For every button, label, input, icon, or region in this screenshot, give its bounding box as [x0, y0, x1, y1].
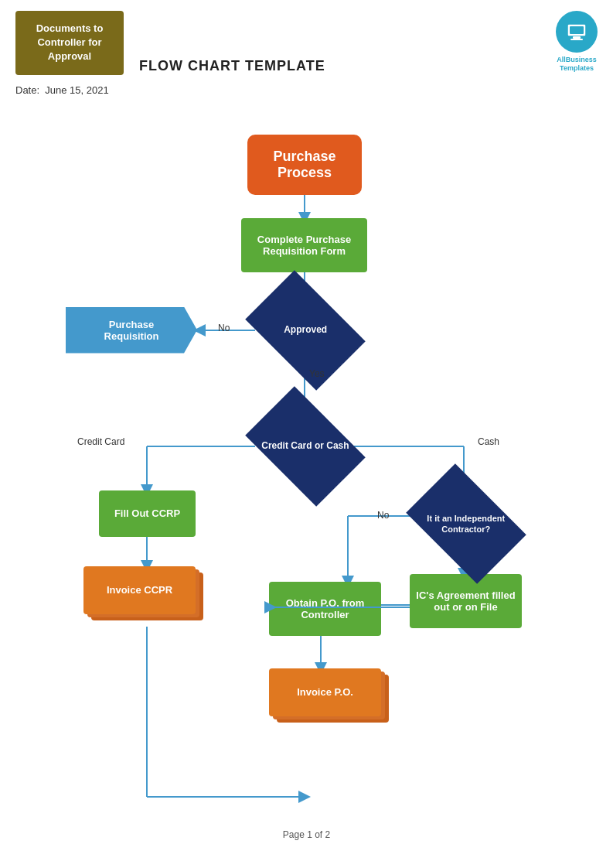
independent-contractor-label: It it an Independent Contractor?	[416, 509, 516, 538]
invoice-ccpr-label: Invoice CCPR	[107, 584, 172, 596]
logo-circle	[556, 11, 598, 53]
doc-box: Documents to Controller for Approval	[15, 11, 124, 75]
independent-contractor-diamond: It it an Independent Contractor?	[416, 489, 516, 559]
purchase-process-shape: Purchase Process	[247, 135, 362, 195]
cash-label: Cash	[478, 436, 499, 447]
ics-agreement-shape: IC's Agreement filled out or on File	[410, 574, 522, 628]
invoice-ccpr-stack: Invoice CCPR	[83, 566, 211, 627]
svg-rect-1	[570, 26, 584, 34]
obtain-po-shape: Obtain P.O. from Controller	[269, 582, 381, 636]
ics-agreement-label: IC's Agreement filled out or on File	[416, 589, 516, 613]
credit-card-label: Credit Card	[77, 436, 124, 447]
logo-icon	[565, 20, 588, 43]
no2-label: No	[377, 510, 389, 521]
obtain-po-label: Obtain P.O. from Controller	[275, 597, 375, 620]
page-footer: Page 1 of 2	[283, 829, 330, 840]
logo-text: AllBusinessTemplates	[557, 56, 597, 73]
purchase-requisition-label: Purchase Requisition	[81, 319, 182, 342]
doc-box-label: Documents to Controller for Approval	[36, 22, 104, 62]
no1-label: No	[218, 323, 230, 333]
page-number: Page 1 of 2	[283, 829, 330, 840]
complete-form-label: Complete Purchase Requisition Form	[247, 234, 361, 257]
logo-area: AllBusinessTemplates	[556, 11, 598, 73]
date-value: June 15, 2021	[45, 84, 108, 96]
date-line: Date: June 15, 2021	[0, 75, 613, 96]
complete-form-shape: Complete Purchase Requisition Form	[241, 218, 367, 272]
purchase-process-label: Purchase Process	[255, 149, 354, 181]
header-left: Documents to Controller for Approval FLO…	[15, 11, 325, 75]
header: Documents to Controller for Approval FLO…	[0, 0, 613, 75]
approved-diamond: Approved	[255, 296, 356, 365]
date-label: Date:	[15, 84, 39, 96]
title-area: FLOW CHART TEMPLATE	[139, 12, 325, 74]
invoice-po-stack: Invoice P.O.	[269, 668, 397, 729]
fill-out-ccrp-shape: Fill Out CCRP	[99, 490, 196, 537]
approved-label: Approved	[281, 321, 330, 340]
credit-card-cash-label: Credit Card or Cash	[258, 437, 352, 456]
fill-out-ccrp-label: Fill Out CCRP	[114, 507, 180, 519]
purchase-requisition-shape: Purchase Requisition	[66, 307, 197, 354]
credit-card-cash-diamond: Credit Card or Cash	[255, 412, 356, 481]
invoice-po-label: Invoice P.O.	[297, 686, 353, 698]
svg-rect-2	[573, 36, 581, 39]
flowchart: Purchase Process Complete Purchase Requi…	[0, 104, 613, 846]
svg-rect-3	[570, 39, 583, 40]
flow-chart-title: FLOW CHART TEMPLATE	[139, 58, 325, 74]
yes1-label: Yes	[309, 368, 325, 379]
